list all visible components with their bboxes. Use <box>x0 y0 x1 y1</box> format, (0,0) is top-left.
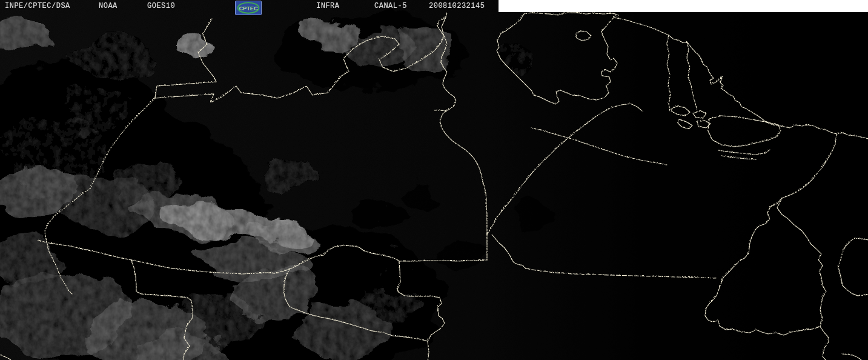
cloud-blob <box>263 159 319 193</box>
cloud-blob <box>353 198 404 229</box>
timestamp-label: 200810232145 <box>429 2 485 10</box>
band-label: INFRA <box>316 2 340 10</box>
channel-label: CANAL-5 <box>374 2 407 10</box>
cptec-logo-graphic: CPTEC <box>236 1 261 15</box>
cloud-blob <box>359 284 422 328</box>
cloud-blob <box>179 32 211 59</box>
cloud-blob <box>518 201 554 225</box>
cloud-blob <box>70 39 154 76</box>
cloud-blob <box>403 182 447 208</box>
source-label: INPE/CPTEC/DSA <box>5 2 70 10</box>
cptec-logo: CPTEC <box>235 1 262 15</box>
cloud-blob <box>437 241 486 271</box>
satellite-label: GOES10 <box>147 2 175 10</box>
satellite-map <box>0 0 868 360</box>
white-patch <box>499 0 868 12</box>
cloud-blob <box>498 50 534 72</box>
cloud-blob <box>108 164 183 200</box>
logo-text: CPTEC <box>239 5 257 12</box>
agency-label: NOAA <box>99 2 118 10</box>
satellite-image-viewport: INPE/CPTEC/DSA NOAA GOES10 INFRA CANAL-5… <box>0 0 868 360</box>
